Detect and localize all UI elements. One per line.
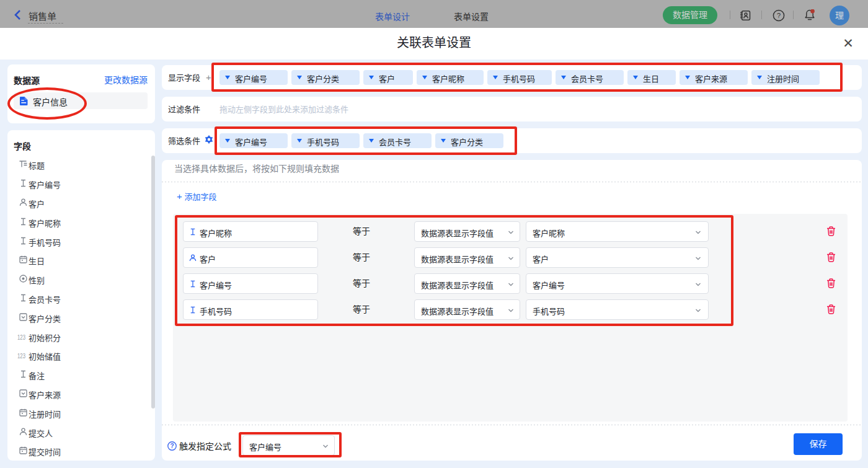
svg-text:?: ?: [170, 443, 174, 449]
svg-text:?: ?: [777, 12, 781, 19]
